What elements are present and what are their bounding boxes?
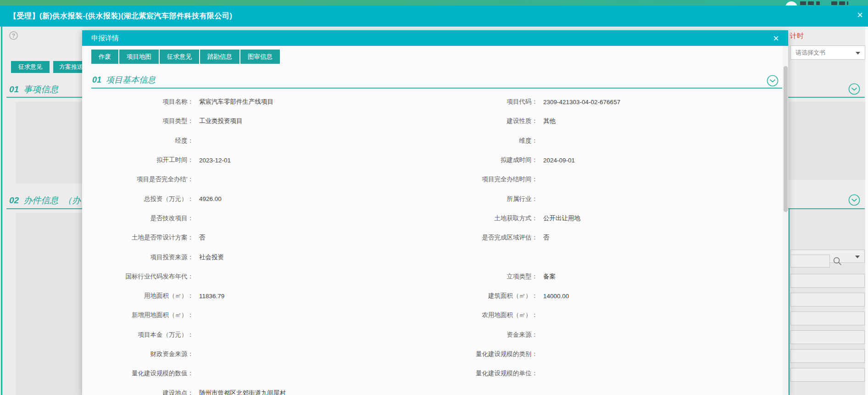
field-label: 所属行业： (445, 195, 538, 203)
side-field-input[interactable] (790, 368, 865, 382)
section-underline (788, 97, 865, 98)
field-label: 总投资（万元）： (82, 195, 194, 203)
field-label: 维度： (445, 137, 538, 145)
section-number: 01 (9, 84, 19, 94)
field-label: 建设地点： (82, 389, 194, 395)
modal-tabs: 作废 项目地图 征求意见 踏勘信息 图审信息 (91, 50, 280, 64)
user-greeting-clipped (800, 1, 806, 5)
section-number: 02 (9, 195, 19, 205)
section-title: 事项信息 (23, 84, 58, 94)
form-row: 项目本金（万元）： 资金来源： (82, 325, 783, 345)
field-label: 拟建成时间： (445, 156, 538, 164)
document-select[interactable]: 请选择文书 (790, 45, 865, 60)
form-rows: 项目名称： 紫宸汽车零部件生产线项目 项目代码： 2309-421303-04-… (82, 92, 783, 395)
chevron-down-circle-icon[interactable] (848, 83, 860, 95)
side-field-input[interactable] (790, 293, 865, 306)
field-value: 2309-421303-04-02-676657 (543, 99, 620, 106)
modal-tab[interactable]: 项目地图 (119, 50, 159, 64)
search-icon[interactable] (832, 256, 842, 266)
field-label: 立项类型： (445, 273, 538, 281)
field-label: 用地面积（㎡）： (82, 292, 194, 300)
field-value: 否 (543, 234, 550, 242)
modal-scrollbar-track[interactable] (783, 46, 788, 395)
field-value: 其他 (543, 117, 556, 125)
user-greeting-clipped (808, 1, 814, 5)
field-value: 2024-09-01 (543, 157, 575, 164)
field-value: 社会投资 (199, 253, 445, 261)
chevron-down-circle-icon[interactable] (848, 194, 860, 206)
form-row: 是否技改项目： 土地获取方式： 公开出让用地 (82, 209, 783, 228)
section-heading-project-basic-info: 01项目基本信息 (92, 74, 156, 86)
avatar (785, 1, 797, 6)
form-row: 土地是否带设计方案： 否 是否完成区域评估： 否 (82, 228, 783, 247)
side-field-input[interactable] (790, 312, 865, 325)
field-value: 备案 (543, 273, 556, 281)
right-panel-upper (788, 102, 865, 180)
field-label: 资金来源： (445, 331, 538, 339)
search-input[interactable] (790, 255, 830, 267)
field-value: 14000.00 (543, 293, 569, 300)
form-row: 项目名称： 紫宸汽车零部件生产线项目 项目代码： 2309-421303-04-… (82, 92, 783, 111)
field-label: 土地是否带设计方案： (82, 234, 194, 242)
field-label: 量化建设规模的数值： (82, 369, 194, 378)
user-greeting-clipped (839, 1, 845, 5)
section-heading-matter-info: 01事项信息 (9, 83, 83, 95)
window-titlebar: 【受理】(新)供水报装-(供水报装)(湖北紫宸汽车部件科技有限公司) (0, 6, 868, 27)
field-value: 随州市曾都区北郊街道九间屋村 (199, 389, 445, 395)
field-label: 项目完全办结时间： (445, 175, 538, 184)
side-field-input[interactable] (790, 274, 865, 288)
section-title-suffix: （办 (63, 195, 81, 205)
modal-close-icon[interactable]: × (773, 33, 779, 44)
form-row: 项目投资来源： 社会投资 (82, 247, 783, 267)
user-greeting-clipped (831, 1, 837, 5)
field-label: 新增用地面积（㎡）： (82, 311, 194, 319)
form-row: 量化建设规模的数值： 量化建设规模的单位： (82, 364, 783, 383)
modal-header: 申报详情 (82, 30, 788, 46)
section-heading-case-info: 02办件信息 （办 (9, 195, 83, 206)
section-number: 01 (92, 75, 101, 84)
side-field-input[interactable] (790, 330, 865, 344)
chevron-down-circle-icon[interactable] (767, 75, 779, 87)
window-title: 【受理】(新)供水报装-(供水报装)(湖北紫宸汽车部件科技有限公司) (9, 11, 232, 21)
caret-down-icon (855, 256, 860, 258)
top-header-strip (0, 0, 868, 6)
user-greeting-clipped (816, 1, 820, 5)
help-icon[interactable]: ? (9, 31, 18, 40)
modal-tab[interactable]: 作废 (91, 50, 118, 64)
field-label: 国标行业代码发布年代： (82, 273, 194, 281)
document-select-value: 请选择文书 (796, 49, 825, 57)
window-close-icon[interactable]: × (857, 10, 863, 20)
right-edge-strip (865, 27, 868, 395)
field-value: 否 (199, 234, 445, 242)
section-underline (6, 208, 82, 209)
declaration-detail-modal: 申报详情 × 作废 项目地图 征求意见 踏勘信息 图审信息 01项目基本信息 项… (82, 30, 788, 395)
field-value: 公开出让用地 (543, 214, 580, 223)
field-label: 项目是否完全办结'： (82, 175, 194, 184)
section-underline (6, 97, 82, 98)
timer-label: 计时 (790, 32, 804, 40)
field-label: 项目代码： (445, 98, 538, 106)
field-value: 4926.00 (199, 195, 445, 202)
modal-tab[interactable]: 踏勘信息 (200, 50, 239, 64)
modal-tab[interactable]: 征求意见 (160, 50, 199, 64)
left-border-line (1, 27, 2, 395)
field-label: 项目投资来源： (82, 253, 194, 261)
field-value: 紫宸汽车零部件生产线项目 (199, 98, 445, 106)
modal-scrollbar-thumb[interactable] (784, 66, 788, 212)
field-label: 财政资金来源： (82, 350, 194, 358)
section-title: 项目基本信息 (106, 75, 156, 84)
form-row: 拟开工时间： 2023-12-01 拟建成时间： 2024-09-01 (82, 150, 783, 170)
form-row: 财政资金来源： 量化建设规模的类别： (82, 345, 783, 364)
field-label: 建设性质： (445, 117, 538, 125)
form-row: 总投资（万元）： 4926.00 所属行业： (82, 189, 783, 208)
section-underline (91, 88, 782, 89)
field-label: 是否技改项目： (82, 214, 194, 223)
field-value: 工业类投资项目 (199, 117, 445, 125)
modal-tab[interactable]: 图审信息 (240, 50, 280, 64)
field-label: 项目本金（万元）： (82, 331, 194, 339)
solicit-opinion-button[interactable]: 征求意见 (11, 61, 50, 73)
field-label: 土地获取方式： (445, 214, 538, 223)
form-row: 国标行业代码发布年代： 立项类型： 备案 (82, 267, 783, 286)
matter-info-panel (16, 102, 82, 184)
side-field-input[interactable] (790, 349, 865, 363)
